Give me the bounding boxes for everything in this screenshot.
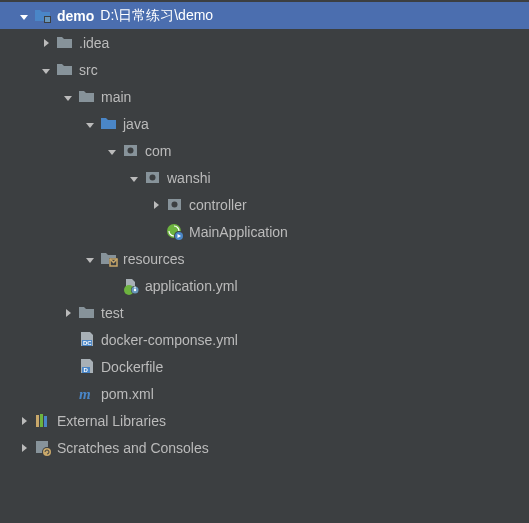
tree-label: main: [101, 89, 131, 105]
package-icon: [122, 142, 140, 160]
tree-item-test[interactable]: test: [0, 299, 529, 326]
tree-label: com: [145, 143, 171, 159]
tree-item-com[interactable]: com: [0, 137, 529, 164]
chevron-down-icon[interactable]: [104, 143, 120, 159]
chevron-right-icon[interactable]: [16, 413, 32, 429]
tree-item-idea[interactable]: .idea: [0, 29, 529, 56]
tree-item-java[interactable]: java: [0, 110, 529, 137]
scratches-icon: [34, 439, 52, 457]
tree-label: demo: [57, 8, 94, 24]
folder-icon: [56, 61, 74, 79]
tree-label: wanshi: [167, 170, 211, 186]
tree-path: D:\日常练习\demo: [100, 7, 213, 25]
tree-item-controller[interactable]: controller: [0, 191, 529, 218]
tree-label: External Libraries: [57, 413, 166, 429]
resources-folder-icon: [100, 250, 118, 268]
chevron-right-icon[interactable]: [60, 305, 76, 321]
folder-module-icon: [34, 7, 52, 25]
chevron-down-icon[interactable]: [60, 89, 76, 105]
spring-boot-icon: [166, 223, 184, 241]
tree-label: src: [79, 62, 98, 78]
chevron-down-icon[interactable]: [16, 8, 32, 24]
docker-compose-file-icon: [78, 331, 96, 349]
tree-label: resources: [123, 251, 184, 267]
tree-label: MainApplication: [189, 224, 288, 240]
yaml-file-icon: [122, 277, 140, 295]
tree-item-src[interactable]: src: [0, 56, 529, 83]
tree-item-docker-compose[interactable]: docker-componse.yml: [0, 326, 529, 353]
tree-label: controller: [189, 197, 247, 213]
source-folder-icon: [100, 115, 118, 133]
chevron-right-icon[interactable]: [148, 197, 164, 213]
chevron-down-icon[interactable]: [38, 62, 54, 78]
tree-label: docker-componse.yml: [101, 332, 238, 348]
tree-label: application.yml: [145, 278, 238, 294]
folder-icon: [78, 304, 96, 322]
folder-icon: [78, 88, 96, 106]
tree-item-pom[interactable]: pom.xml: [0, 380, 529, 407]
tree-item-external-libraries[interactable]: External Libraries: [0, 407, 529, 434]
tree-label: java: [123, 116, 149, 132]
folder-icon: [56, 34, 74, 52]
tree-item-dockerfile[interactable]: Dockerfile: [0, 353, 529, 380]
chevron-down-icon[interactable]: [126, 170, 142, 186]
chevron-down-icon[interactable]: [82, 251, 98, 267]
package-icon: [144, 169, 162, 187]
docker-file-icon: [78, 358, 96, 376]
maven-file-icon: [78, 385, 96, 403]
library-icon: [34, 412, 52, 430]
chevron-right-icon[interactable]: [38, 35, 54, 51]
tree-item-main[interactable]: main: [0, 83, 529, 110]
tree-label: .idea: [79, 35, 109, 51]
tree-item-mainapplication[interactable]: MainApplication: [0, 218, 529, 245]
tree-item-demo[interactable]: demo D:\日常练习\demo: [0, 2, 529, 29]
tree-label: pom.xml: [101, 386, 154, 402]
tree-item-wanshi[interactable]: wanshi: [0, 164, 529, 191]
tree-item-resources[interactable]: resources: [0, 245, 529, 272]
package-icon: [166, 196, 184, 214]
tree-label: test: [101, 305, 124, 321]
tree-item-scratches[interactable]: Scratches and Consoles: [0, 434, 529, 461]
tree-item-application-yml[interactable]: application.yml: [0, 272, 529, 299]
chevron-down-icon[interactable]: [82, 116, 98, 132]
chevron-right-icon[interactable]: [16, 440, 32, 456]
tree-label: Dockerfile: [101, 359, 163, 375]
tree-label: Scratches and Consoles: [57, 440, 209, 456]
